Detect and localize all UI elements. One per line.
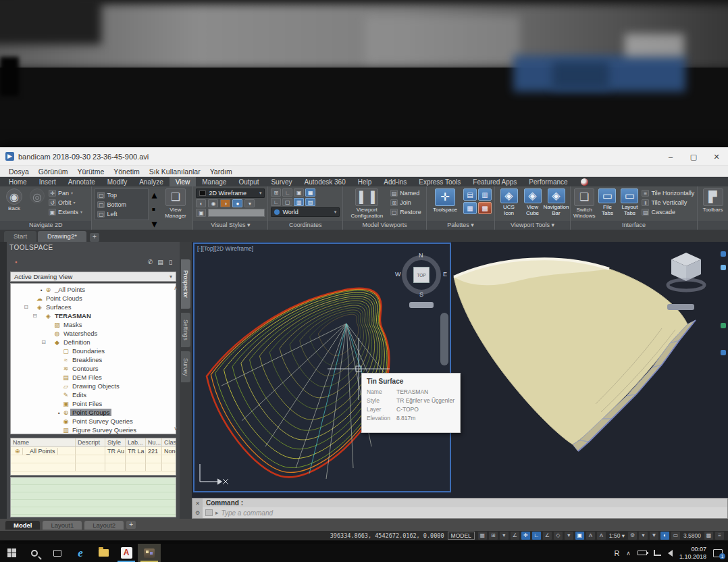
- snap-icon[interactable]: ⊞: [489, 532, 498, 540]
- compass-north[interactable]: N: [419, 252, 423, 259]
- viewport-tool[interactable]: ▤ Named: [390, 188, 421, 197]
- ribbon-tab[interactable]: Express Tools: [413, 177, 467, 186]
- compass-south[interactable]: S: [419, 291, 423, 298]
- close-icon[interactable]: ✕: [705, 148, 728, 165]
- window-arrange-option[interactable]: ‖ Tile Vertically: [642, 198, 694, 207]
- annotation-b-icon[interactable]: A: [597, 532, 606, 540]
- volume-icon[interactable]: [668, 550, 673, 557]
- model-space-button[interactable]: MODEL: [448, 532, 475, 540]
- caret-icon[interactable]: ▾: [639, 532, 648, 540]
- vs-tool-icon-4[interactable]: ●: [232, 199, 242, 207]
- ucs-dropdown[interactable]: World ▾: [271, 207, 340, 217]
- expander-minus-icon[interactable]: ⊟: [22, 304, 30, 310]
- ucs-tool-icon-8[interactable]: ▤: [305, 198, 315, 206]
- tree-item[interactable]: ⊟ ◈ TERASMAN: [11, 311, 176, 320]
- toolspace-vertical-tab[interactable]: Prospector: [181, 259, 190, 309]
- autocad-taskbar-button[interactable]: A: [115, 544, 138, 562]
- view-preset[interactable]: ▢ Left: [97, 209, 146, 218]
- menu-item[interactable]: Yönetim: [109, 168, 145, 176]
- views-scroll-up-icon[interactable]: ▴: [151, 188, 158, 201]
- tree-item[interactable]: ▣ Point Files: [11, 399, 176, 408]
- grid-icon[interactable]: ▦: [478, 532, 487, 540]
- tree-item[interactable]: ▢ Boundaries: [11, 347, 176, 355]
- menu-item[interactable]: Dosya: [4, 168, 34, 176]
- isodraft-icon[interactable]: ◇: [554, 532, 563, 540]
- viewport-tool-toggle[interactable]: ◈ View Cube: [521, 188, 544, 217]
- maximize-icon[interactable]: ▢: [682, 148, 705, 165]
- command-close-icon[interactable]: ✕: [195, 501, 200, 507]
- ribbon-tab[interactable]: Help: [352, 177, 378, 186]
- tree-item[interactable]: ⊟ ◆ Definition: [11, 338, 176, 347]
- interface-toggle[interactable]: ▭ Layout Tabs: [619, 188, 640, 217]
- toolspace-close-icon[interactable]: ▪: [11, 257, 21, 267]
- navigation-bar-strip[interactable]: [440, 313, 448, 365]
- customization-icon[interactable]: ≡: [715, 532, 724, 540]
- vs-tool-icon-2[interactable]: ◉: [208, 199, 218, 207]
- panel-label-coordinates[interactable]: Coordinates: [268, 221, 342, 230]
- viewport-configuration-button[interactable]: ▌▐ Viewport Configuration: [346, 188, 388, 220]
- switch-windows-button[interactable]: ❏ Switch Windows: [573, 188, 595, 220]
- search-button[interactable]: [23, 544, 46, 562]
- osnap-icon[interactable]: ▣: [575, 532, 584, 540]
- ribbon-tab[interactable]: Survey: [265, 177, 298, 186]
- tree-item[interactable]: ≋ Contours: [11, 364, 176, 373]
- caret-icon[interactable]: ▾: [565, 532, 573, 540]
- expander-minus-icon[interactable]: ⊟: [40, 339, 47, 345]
- palette-tile-icon-3[interactable]: ▦: [463, 202, 477, 214]
- navigate-tool[interactable]: ▣ Extents ▾: [49, 207, 82, 216]
- tree-scroll-down-icon[interactable]: ∨: [174, 426, 178, 432]
- file-tab[interactable]: Drawing2*: [38, 231, 86, 242]
- view-preset[interactable]: ▢ Bottom: [97, 200, 146, 209]
- ucs-tool-icon-6[interactable]: ▢: [282, 198, 292, 206]
- ribbon-tab[interactable]: Autodesk 360: [298, 177, 352, 186]
- gear-icon[interactable]: ⚙: [628, 532, 637, 540]
- viewport-2d-top[interactable]: [-][Top][2D Wireframe]: [193, 242, 451, 492]
- ribbon-tab[interactable]: Analyze: [133, 177, 170, 186]
- new-layout-plus-icon[interactable]: +: [126, 521, 136, 529]
- viewport-3d[interactable]: [452, 242, 728, 493]
- expander-minus-icon[interactable]: ⊟: [31, 313, 38, 319]
- layout-tab[interactable]: Model: [5, 521, 40, 530]
- polar-icon[interactable]: ∠: [543, 532, 552, 540]
- menu-item[interactable]: Yürütme: [73, 168, 109, 176]
- ribbon-tab[interactable]: Insert: [33, 177, 62, 186]
- viewport-tool-toggle[interactable]: ◈ UCS Icon: [498, 188, 520, 217]
- active-drawing-view-dropdown[interactable]: Active Drawing View▾: [10, 272, 176, 282]
- clean-icon[interactable]: ▭: [671, 532, 680, 540]
- ribbon-tab[interactable]: Home: [3, 177, 33, 186]
- toolspace-vertical-tab[interactable]: Settings: [181, 313, 190, 347]
- menu-item[interactable]: Sık Kullanılanlar: [145, 168, 205, 176]
- tree-item[interactable]: ◉ Point Survey Queries: [11, 417, 176, 426]
- annotation-scale-value[interactable]: 1:50 ▾: [609, 532, 625, 539]
- table-row[interactable]: ⊕ _All Points TR Au TR La 221 None: [11, 447, 176, 455]
- command-customize-wrench-icon[interactable]: ⚙: [195, 510, 200, 516]
- layout-tab[interactable]: Layout1: [43, 521, 82, 530]
- ribbon-tab[interactable]: Modify: [101, 177, 133, 186]
- title-bar[interactable]: ▶ bandicam 2018-09-30 23-36-45-900.avi –…: [0, 147, 728, 166]
- vs-tool-icon-3[interactable]: ◑: [220, 199, 230, 207]
- panel-label-visual-styles[interactable]: Visual Styles ▾: [193, 221, 267, 230]
- ucs-tool-icon-5[interactable]: ∟: [271, 198, 281, 206]
- toolspace-button[interactable]: ✛ Toolspace: [430, 188, 461, 213]
- viewcube-compass[interactable]: N W E S TOP: [401, 255, 442, 295]
- bandicam-taskbar-button[interactable]: [138, 544, 161, 562]
- viewport-tool-toggle[interactable]: ◈ Navigation Bar: [545, 188, 567, 217]
- window-arrange-option[interactable]: ▤ Cascade: [642, 207, 694, 216]
- tree-item[interactable]: ☁ Point Clouds: [11, 294, 176, 303]
- views-scroll-down-icon[interactable]: ▾: [151, 218, 158, 230]
- tree-item[interactable]: ▨ Masks: [11, 320, 176, 329]
- minimize-icon[interactable]: –: [659, 148, 682, 165]
- panel-label-palettes[interactable]: Palettes ▾: [427, 221, 494, 230]
- forward-button[interactable]: ◎: [28, 188, 46, 203]
- file-explorer-button[interactable]: [92, 544, 115, 562]
- ucs-tool-icon-3[interactable]: ▣: [294, 188, 304, 197]
- table-row-empty[interactable]: [11, 463, 176, 471]
- vs-tool-icon-1[interactable]: ◐: [196, 199, 206, 207]
- navigate-tool[interactable]: ✛ Pan ▾: [49, 188, 82, 197]
- start-button[interactable]: [0, 544, 23, 562]
- navigate-tool[interactable]: ↺ Orbit ▾: [49, 198, 82, 207]
- viewcube-3d[interactable]: [665, 249, 708, 295]
- tree-item[interactable]: ≈ Breaklines: [11, 355, 176, 364]
- panel-label-interface[interactable]: Interface: [571, 221, 697, 230]
- edge-button[interactable]: e: [69, 544, 92, 562]
